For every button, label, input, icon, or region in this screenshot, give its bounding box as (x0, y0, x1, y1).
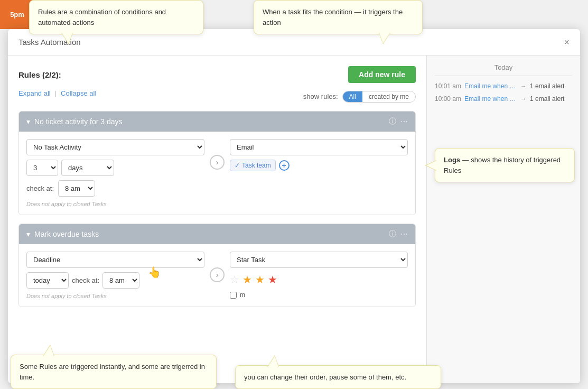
rule2-info-icon[interactable]: ⓘ (389, 229, 396, 239)
star-4[interactable]: ★ (268, 273, 277, 286)
rule2-condition-select[interactable]: Deadline (26, 252, 204, 268)
rule2-date-row: today check at: 8 am (26, 272, 204, 289)
rule2-action: Star Task ☆ ★ ★ ★ m (230, 252, 408, 299)
tooltip-top-center: When a task fits the condition — it trig… (254, 0, 423, 34)
log-arrow-1: → (520, 95, 527, 103)
modal: Tasks Automation × Rules (2/2): Add new … (8, 29, 580, 383)
tooltip-bottom-left: Some Rules are triggered instantly, and … (11, 355, 217, 389)
tooltip-bottom-center: you can change their order, pause some o… (235, 365, 441, 390)
rule2-chevron[interactable]: ▾ (26, 230, 30, 238)
rule1-action-select[interactable]: Email (230, 139, 408, 155)
rule-block-1: ▾ No ticket activity for 3 days ⓘ ⋯ No T… (18, 111, 416, 215)
expand-all-link[interactable]: Expand all (18, 89, 51, 97)
modal-body: Rules (2/2): Add new rule Expand all | C… (8, 55, 580, 383)
logs-panel: Today 10:01 am Email me when ne… → 1 ema… (427, 55, 580, 383)
rule1-condition: No Task Activity 3 days check at: (26, 139, 204, 207)
rules-title: Rules (2/2): (18, 70, 61, 79)
rule-header-2: ▾ Mark overdue tasks ⓘ ⋯ (19, 224, 415, 244)
rule2-menu-icon[interactable]: ⋯ (400, 230, 408, 238)
tooltip-logs: Logs — shows the history of triggered Ru… (435, 148, 575, 182)
log-link-1[interactable]: Email me when ne… (464, 95, 517, 103)
rule1-number-select[interactable]: 3 (26, 160, 58, 176)
rule1-chevron[interactable]: ▾ (26, 117, 30, 126)
rule-header-1: ▾ No ticket activity for 3 days ⓘ ⋯ (19, 112, 415, 132)
rule1-add-recipient-btn[interactable]: + (279, 160, 290, 171)
rule1-arrow-btn[interactable]: › (210, 155, 225, 170)
rule1-name: No ticket activity for 3 days (34, 117, 385, 126)
rule1-recipients: ✓ Task team + (230, 160, 408, 171)
expand-collapse-row: Expand all | Collapse all (18, 89, 96, 97)
log-entry-1: 10:00 am Email me when ne… → 1 email ale… (435, 95, 572, 103)
rule1-checkat-label: check at: (26, 184, 54, 192)
tooltip-top-left-text: Rules are a combination of conditions an… (38, 8, 166, 26)
log-time-0: 10:01 am (435, 82, 461, 90)
rule2-action-select[interactable]: Star Task (230, 252, 408, 268)
rule1-info-icon[interactable]: ⓘ (389, 117, 396, 126)
log-entry-0: 10:01 am Email me when ne… → 1 email ale… (435, 82, 572, 90)
separator: | (55, 89, 57, 97)
show-rules-label: show rules: (303, 92, 338, 100)
rule1-recipient-label: Task team (242, 162, 271, 169)
close-button[interactable]: × (564, 38, 570, 47)
rule1-checkat-row: check at: 8 am (26, 180, 204, 197)
tooltip-bottom-center-text: you can change their order, pause some o… (244, 373, 406, 381)
rule2-name: Mark overdue tasks (34, 230, 385, 238)
rule1-not-apply: Does not apply to closed Tasks (26, 201, 204, 207)
rule2-stars: ☆ ★ ★ ★ (230, 273, 408, 286)
star-1[interactable]: ☆ (230, 273, 239, 286)
rule2-body: Deadline today check at: 8 am (19, 244, 415, 307)
rule2-checkbox-row: m (230, 291, 408, 299)
collapse-all-link[interactable]: Collapse all (61, 89, 96, 97)
log-arrow-0: → (520, 82, 527, 90)
brand-name: 5pm (10, 11, 24, 18)
rule1-unit-select[interactable]: days (61, 160, 114, 176)
rule2-not-apply: Does not apply to closed Tasks (26, 293, 204, 299)
logs-today-label: Today (435, 63, 572, 76)
rule1-arrow: › (210, 139, 225, 170)
rule2-condition: Deadline today check at: 8 am (26, 252, 204, 299)
tooltip-logs-bold: Logs (444, 156, 460, 164)
filter-tab-created[interactable]: created by me (362, 91, 415, 102)
rule2-checkat-label: check at: (72, 276, 99, 284)
tooltip-logs-text: — shows the history of triggered Rules (444, 156, 561, 174)
rule1-condition-select[interactable]: No Task Activity (26, 139, 204, 155)
add-new-rule-button[interactable]: Add new rule (348, 66, 416, 83)
rule2-arrow-btn[interactable]: › (210, 267, 225, 282)
rule2-checkbox[interactable] (230, 292, 237, 299)
rule2-icons: ⓘ ⋯ (389, 229, 408, 239)
rule2-checkbox-label: m (240, 291, 245, 299)
rule2-date-select[interactable]: today (26, 272, 69, 289)
tooltip-top-center-text: When a task fits the condition — it trig… (263, 8, 403, 26)
rule2-checkat-select[interactable]: 8 am (102, 272, 139, 289)
rule1-menu-icon[interactable]: ⋯ (400, 117, 408, 126)
rule1-icons: ⓘ ⋯ (389, 117, 408, 126)
rule1-check-icon: ✓ (235, 162, 240, 169)
rule1-body: No Task Activity 3 days check at: (19, 132, 415, 215)
log-count-0: 1 email alert (530, 82, 564, 90)
rule1-action: Email ✓ Task team + (230, 139, 408, 171)
rule2-arrow: › (210, 252, 225, 282)
filter-tab-all[interactable]: All (343, 91, 362, 102)
show-rules-row: show rules: All created by me (303, 91, 416, 103)
tooltip-bottom-left-text: Some Rules are triggered instantly, and … (20, 363, 205, 381)
rule1-recipient-tag: ✓ Task team (230, 160, 276, 171)
filter-tabs: All created by me (342, 91, 416, 103)
log-link-0[interactable]: Email me when ne… (464, 82, 517, 90)
star-2[interactable]: ★ (242, 273, 252, 286)
log-time-1: 10:00 am (435, 95, 461, 103)
log-count-1: 1 email alert (530, 95, 564, 103)
tooltip-top-left: Rules are a combination of conditions an… (29, 0, 203, 34)
rule-block-2: ▾ Mark overdue tasks ⓘ ⋯ Deadline (18, 224, 416, 307)
rule1-checkat-select[interactable]: 8 am (58, 180, 95, 197)
rules-header: Rules (2/2): Add new rule (18, 66, 416, 83)
rule1-number-row: 3 days (26, 160, 204, 176)
star-3[interactable]: ★ (255, 273, 265, 286)
main-content: Rules (2/2): Add new rule Expand all | C… (8, 55, 427, 383)
